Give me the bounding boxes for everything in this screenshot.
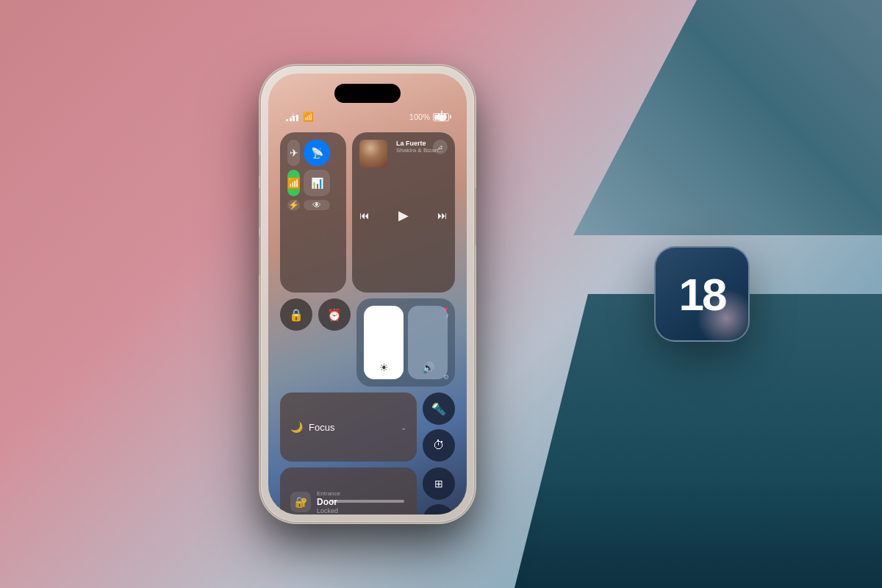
sliders-tile: ♥ ☀ 🔊 ♪ ⚙ (356, 298, 455, 387)
alarm-button[interactable]: ⏰ (318, 298, 351, 331)
volume-up-button[interactable] (259, 187, 261, 228)
focus-moon-icon: 🌙 (290, 421, 303, 433)
airplane-mode-button[interactable]: ✈ (287, 140, 300, 166)
phone-frame: 📶 100% + ⏻ (261, 66, 474, 522)
phone-device: 📶 100% + ⏻ (261, 66, 474, 522)
cellular-button[interactable]: 📊 (304, 170, 330, 196)
flashlight-button[interactable]: 🔦 (423, 392, 455, 425)
power-cc-button[interactable]: ⏻ (431, 106, 452, 126)
brightness-icon: ☀ (379, 362, 389, 373)
door-lock-icon: 🔐 (290, 492, 311, 512)
door-status-label: Locked (317, 507, 340, 514)
right-buttons-col: 🔦 ⏱ (423, 392, 455, 462)
small-buttons-col: 🔒 ⏰ (280, 298, 351, 387)
slider-row: ☀ 🔊 ♪ (364, 306, 448, 379)
ios18-app-icon[interactable]: 18 (654, 246, 750, 342)
focus-chevron-icon: ⌄ (401, 423, 406, 431)
play-pause-button[interactable]: ▶ (398, 207, 409, 223)
control-center-grid: ✈ 📡 📶 📊 ⚡ 👁 (280, 132, 455, 514)
calculator-button[interactable]: ⊞ (423, 467, 455, 500)
lock-rotation-button[interactable]: 🔒 (280, 298, 312, 331)
brightness-slider[interactable]: ☀ (364, 306, 404, 379)
volume-icon: 🔊 (422, 362, 434, 373)
airplay-button[interactable]: ⊿ (433, 140, 448, 154)
focus-label: Focus (309, 422, 395, 433)
door-prefix-label: Entrance (317, 490, 340, 497)
wifi-button[interactable]: 📶 (287, 170, 300, 196)
cc-row-4: 🔐 Entrance Door Locked ⊞ ⬜ (280, 467, 455, 514)
network-tile[interactable]: ✈ 📡 📶 📊 ⚡ 👁 (280, 132, 346, 293)
cc-top-icons: + ⏻ (283, 106, 452, 126)
music-tile[interactable]: La Fuerte Shakira & Bizarr... ⊿ ⏮ ▶ ⏭ (352, 132, 455, 293)
bluetooth-button[interactable]: ⚡ (287, 200, 300, 210)
right-buttons-col2: ⊞ ⬜ (423, 467, 455, 514)
dynamic-island (334, 84, 401, 103)
focus-tile[interactable]: 🌙 Focus ⌄ (280, 392, 417, 462)
ios18-number: 18 (679, 268, 725, 320)
power-button[interactable] (474, 187, 476, 246)
add-control-button[interactable]: + (283, 106, 304, 126)
music-controls: ⏮ ▶ ⏭ (359, 206, 448, 223)
timer-button[interactable]: ⏱ (423, 429, 455, 462)
door-lock-tile[interactable]: 🔐 Entrance Door Locked (280, 467, 417, 514)
note-icon: ♪ (446, 312, 450, 319)
next-button[interactable]: ⏭ (437, 209, 448, 221)
eye-mode-button[interactable]: 👁 (304, 200, 330, 210)
previous-button[interactable]: ⏮ (359, 209, 370, 221)
hotspot-button[interactable]: 📡 (304, 140, 330, 166)
album-art (359, 140, 387, 168)
phone-screen: 📶 100% + ⏻ (268, 74, 467, 514)
cc-row-2: 🔒 ⏰ ♥ ☀ 🔊 ♪ (280, 298, 455, 387)
volume-down-button[interactable] (259, 235, 261, 276)
gear-icon: ⚙ (443, 373, 449, 381)
mute-button[interactable] (259, 154, 261, 176)
cc-row-1: ✈ 📡 📶 📊 ⚡ 👁 (280, 132, 455, 293)
volume-slider[interactable]: 🔊 ♪ (408, 306, 448, 379)
home-indicator (331, 500, 404, 503)
cc-row-3: 🌙 Focus ⌄ 🔦 ⏱ (280, 392, 455, 462)
screen-mirror-button[interactable]: ⬜ (423, 504, 455, 514)
